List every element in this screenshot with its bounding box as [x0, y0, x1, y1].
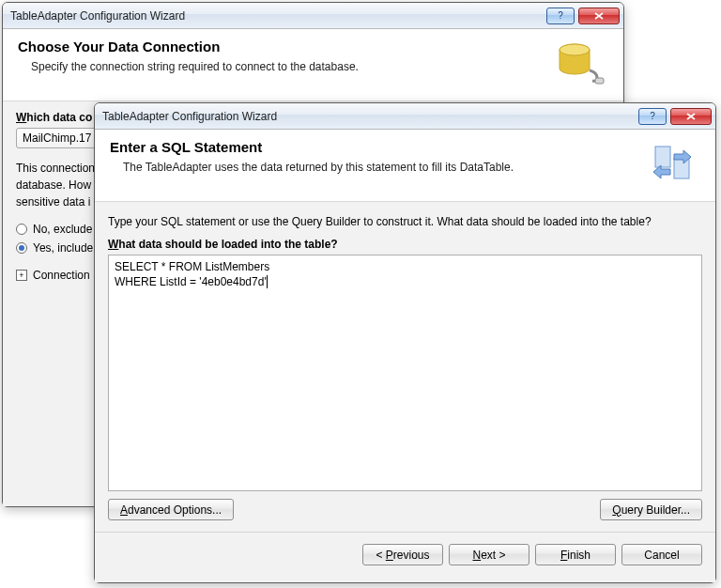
previous-button[interactable]: < Previous: [362, 544, 443, 565]
sql-line: WHERE ListId = '4eb0e4bd7d': [115, 275, 267, 288]
prompt-text: Type your SQL statement or use the Query…: [108, 215, 702, 228]
svg-rect-3: [655, 147, 670, 167]
plus-icon: +: [16, 270, 27, 281]
radio-icon: [16, 224, 27, 235]
field-label: What data should be loaded into the tabl…: [108, 238, 702, 251]
radio-yes-label: Yes, include: [33, 241, 93, 255]
header-back: Choose Your Data Connection Specify the …: [3, 29, 623, 101]
cancel-button[interactable]: Cancel: [621, 544, 702, 565]
svg-rect-2: [595, 78, 604, 84]
divider: [95, 532, 715, 533]
radio-no-label: No, exclude: [33, 223, 92, 236]
wizard-window-front: TableAdapter Configuration Wizard ? Ente…: [94, 102, 716, 583]
dropdown-value: MailChimp.17: [23, 132, 91, 145]
nav-row: < Previous Next > Finish Cancel: [108, 544, 702, 569]
sql-transfer-icon: [646, 139, 700, 188]
header-front: Enter a SQL Statement The TableAdapter u…: [95, 130, 715, 202]
help-button[interactable]: ?: [638, 108, 667, 125]
sql-textarea[interactable]: SELECT * FROM ListMembers WHERE ListId =…: [108, 255, 702, 491]
header-title: Enter a SQL Statement: [110, 139, 646, 155]
expand-label: Connection: [33, 269, 90, 282]
titlebar-back[interactable]: TableAdapter Configuration Wizard ?: [3, 3, 623, 29]
body-front: Type your SQL statement or use the Query…: [95, 202, 715, 582]
next-button[interactable]: Next >: [449, 544, 529, 565]
close-button[interactable]: [670, 108, 712, 125]
header-subtitle: The TableAdapter uses the data returned …: [110, 161, 646, 174]
sql-line: SELECT * FROM ListMembers: [115, 260, 269, 273]
close-button[interactable]: [578, 8, 620, 24]
window-title: TableAdapter Configuration Wizard: [102, 110, 638, 123]
svg-point-1: [560, 44, 590, 55]
window-title: TableAdapter Configuration Wizard: [10, 9, 546, 23]
header-subtitle: Specify the connection string required t…: [18, 60, 554, 73]
titlebar-front[interactable]: TableAdapter Configuration Wizard ?: [95, 103, 715, 130]
header-title: Choose Your Data Connection: [18, 39, 554, 54]
advanced-options-button[interactable]: Advanced Options...: [108, 499, 234, 520]
radio-icon: [16, 242, 27, 254]
database-icon: [554, 39, 608, 87]
finish-button[interactable]: Finish: [535, 544, 616, 565]
options-row: Advanced Options... Query Builder...: [108, 499, 702, 520]
help-button[interactable]: ?: [546, 8, 575, 24]
query-builder-button[interactable]: Query Builder...: [600, 499, 702, 520]
